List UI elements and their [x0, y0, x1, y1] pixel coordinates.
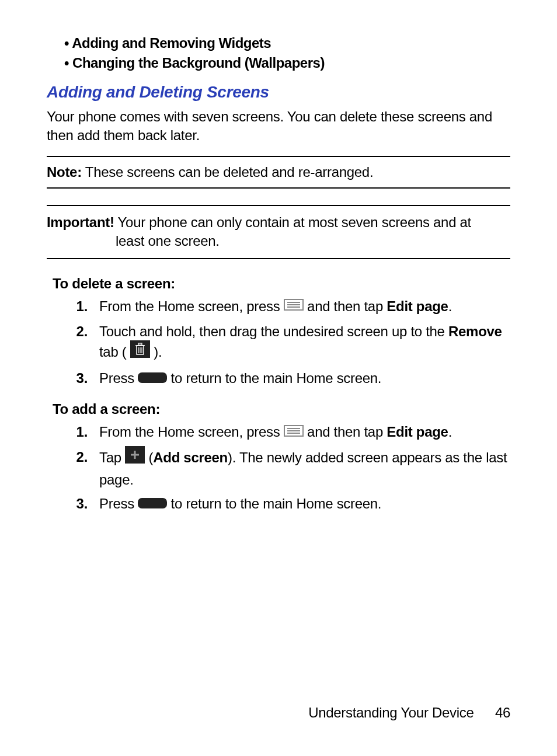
- step-text: From the Home screen, press and then tap…: [99, 297, 510, 317]
- list-item: 1. From the Home screen, press and then …: [47, 422, 510, 443]
- note-label: Note:: [47, 164, 82, 180]
- step-number: 1.: [47, 297, 99, 317]
- step-number: 3.: [47, 494, 99, 514]
- svg-rect-11: [138, 372, 167, 383]
- list-item: 3. Press to return to the main Home scre…: [47, 494, 510, 514]
- plus-icon: [125, 446, 145, 469]
- menu-icon: [284, 296, 304, 316]
- note-text: These screens can be deleted and re-arra…: [85, 164, 374, 180]
- important-block: Important! Your phone can only contain a…: [47, 205, 510, 259]
- page-number: 46: [495, 705, 510, 720]
- step-text: Press to return to the main Home screen.: [99, 494, 510, 514]
- intro-paragraph: Your phone comes with seven screens. You…: [47, 107, 510, 145]
- step-number: 1.: [47, 422, 99, 443]
- list-item: 1. From the Home screen, press and then …: [47, 297, 510, 317]
- bullet-item: Changing the Background (Wallpapers): [64, 55, 510, 71]
- step-number: 2.: [47, 447, 99, 489]
- page-footer: Understanding Your Device 46: [308, 705, 510, 721]
- add-heading: To add a screen:: [53, 401, 510, 417]
- delete-steps: 1. From the Home screen, press and then …: [47, 297, 510, 389]
- trash-icon: [130, 340, 150, 363]
- bullet-item: Adding and Removing Widgets: [64, 35, 510, 51]
- list-item: 2. Tap (Add screen). The newly added scr…: [47, 447, 510, 489]
- home-button-icon: [138, 368, 167, 388]
- add-steps: 1. From the Home screen, press and then …: [47, 422, 510, 515]
- svg-rect-19: [138, 498, 167, 508]
- step-text: Touch and hold, then drag the undesired …: [99, 322, 510, 364]
- home-button-icon: [138, 494, 167, 514]
- delete-heading: To delete a screen:: [53, 276, 510, 292]
- list-item: 3. Press to return to the main Home scre…: [47, 368, 510, 389]
- section-heading: Adding and Deleting Screens: [47, 83, 510, 102]
- footer-section: Understanding Your Device: [308, 705, 474, 720]
- bullet-list: Adding and Removing Widgets Changing the…: [47, 35, 510, 71]
- note-block: Note: These screens can be deleted and r…: [47, 156, 510, 189]
- step-number: 3.: [47, 368, 99, 389]
- step-text: From the Home screen, press and then tap…: [99, 422, 510, 443]
- menu-icon: [284, 422, 304, 442]
- step-text: Press to return to the main Home screen.: [99, 368, 510, 389]
- step-text: Tap (Add screen). The newly added screen…: [99, 447, 510, 489]
- step-number: 2.: [47, 322, 99, 364]
- important-text-line1: Your phone can only contain at most seve…: [118, 214, 471, 230]
- important-text-line2: least one screen.: [47, 232, 510, 250]
- important-label: Important!: [47, 214, 114, 230]
- list-item: 2. Touch and hold, then drag the undesir…: [47, 322, 510, 364]
